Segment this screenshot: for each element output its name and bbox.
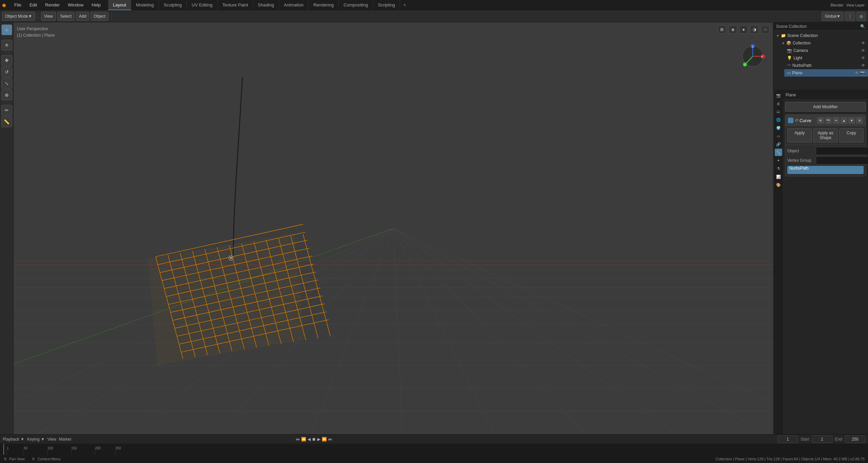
view-menu[interactable]: View: [41, 12, 56, 21]
tool-select[interactable]: ⊹: [1, 24, 12, 35]
menu-file[interactable]: File: [10, 0, 25, 10]
viewport-area[interactable]: User Perspective (1) Collection | Plane …: [14, 22, 773, 434]
nurbspath-visibility[interactable]: 👁: [861, 63, 865, 68]
jump-end-btn[interactable]: ⏭: [328, 437, 332, 442]
object-menu[interactable]: Object: [91, 12, 108, 21]
modifier-show-in-realtime[interactable]: 👁: [817, 117, 824, 124]
modifier-close[interactable]: ✕: [856, 117, 863, 124]
scene-selector[interactable]: Blender: [831, 3, 844, 7]
marker-menu[interactable]: Marker: [59, 437, 72, 442]
menu-window[interactable]: Window: [64, 0, 87, 10]
prop-view-layer[interactable]: 🗂: [775, 108, 782, 115]
view-layer-selector[interactable]: View Layer: [846, 3, 865, 7]
outliner-filter[interactable]: 🔍: [860, 24, 865, 29]
prop-modifiers[interactable]: 🔧: [775, 149, 782, 156]
prop-material[interactable]: 🎨: [775, 181, 782, 189]
collection-icon: 📦: [786, 41, 791, 45]
tool-annotate[interactable]: ✏: [1, 105, 12, 116]
tool-move[interactable]: ✥: [1, 55, 12, 66]
light-visibility[interactable]: 👁: [861, 56, 865, 60]
viewport-shading-solid[interactable]: ●: [739, 25, 748, 34]
prop-scene[interactable]: 🌐: [775, 116, 782, 123]
tab-scripting[interactable]: Scripting: [373, 0, 400, 10]
outliner-scene-collection[interactable]: ▼ 📁 Scene Collection: [773, 32, 868, 39]
object-field-input[interactable]: [816, 147, 868, 155]
outliner-nurbspath[interactable]: 〰 NurbsPath 👁: [784, 62, 868, 69]
play-stop-btn[interactable]: ⏹: [312, 437, 316, 442]
outliner-light[interactable]: 💡 Light 👁: [784, 54, 868, 62]
frame-back-btn[interactable]: ⏪: [301, 437, 306, 442]
prop-world[interactable]: 🌍: [775, 124, 782, 132]
prop-render[interactable]: 📷: [775, 92, 782, 99]
modifier-move-up[interactable]: ▲: [841, 117, 847, 124]
keying-dropdown[interactable]: Keying ▼: [27, 437, 45, 442]
end-frame-input[interactable]: 250: [845, 436, 865, 443]
modifier-show-in-render[interactable]: 📷: [825, 117, 832, 124]
play-forward-btn[interactable]: ▶: [317, 437, 320, 442]
add-modifier-button[interactable]: Add Modifier: [785, 102, 866, 112]
prop-output[interactable]: 🖨: [775, 100, 782, 107]
nurbspath-dropdown[interactable]: NurbsPath: [787, 166, 864, 174]
prop-object[interactable]: ▭: [775, 132, 782, 140]
outliner-collection[interactable]: ▼ 📦 Collection 👁: [779, 39, 868, 47]
viewport-shading-material[interactable]: ◑: [750, 25, 759, 34]
prop-particles[interactable]: ✦: [775, 157, 782, 164]
tab-animation[interactable]: Animation: [279, 0, 309, 10]
prop-data[interactable]: 📊: [775, 173, 782, 180]
outliner-camera[interactable]: 📷 Camera 👁: [784, 47, 868, 54]
tool-transform[interactable]: ⊕: [1, 90, 12, 100]
tab-sculpting[interactable]: Sculpting: [159, 0, 187, 10]
timeline-scrubber[interactable]: 1 50 100 150 200 250: [0, 444, 868, 455]
prop-physics[interactable]: ⚗: [775, 165, 782, 172]
menu-edit[interactable]: Edit: [25, 0, 41, 10]
tool-scale[interactable]: ⤡: [1, 78, 12, 89]
modifier-refresh-icon[interactable]: ↺: [795, 118, 798, 123]
tab-rendering[interactable]: Rendering: [309, 0, 339, 10]
frame-forward-btn[interactable]: ⏩: [322, 437, 327, 442]
start-frame-input[interactable]: 1: [812, 436, 832, 443]
snap-toggle[interactable]: ⋮: [845, 12, 855, 21]
plane-render-visibility[interactable]: 📷: [860, 71, 865, 75]
modifier-move-down[interactable]: ▼: [848, 117, 855, 124]
viewport-overlay-toggle[interactable]: ◈: [728, 25, 737, 34]
playback-dropdown[interactable]: Playback ▼: [3, 437, 24, 442]
blender-logo[interactable]: [0, 0, 10, 10]
modifier-controls: 👁 📷 ✏ ▲ ▼ ✕: [817, 117, 863, 124]
outliner-plane[interactable]: ▭ Plane 👁 📷: [784, 69, 868, 77]
apply-button[interactable]: Apply: [787, 128, 812, 142]
object-mode-selector[interactable]: Object Mode ▼: [2, 12, 35, 21]
modifier-enabled-toggle[interactable]: [788, 118, 793, 123]
global-local-toggle[interactable]: Global ▼: [822, 12, 844, 21]
add-menu[interactable]: Add: [76, 12, 89, 21]
plane-visibility[interactable]: 👁: [855, 71, 859, 75]
tab-modeling[interactable]: Modeling: [131, 0, 159, 10]
jump-start-btn[interactable]: ⏮: [296, 437, 300, 442]
modifier-show-in-edit[interactable]: ✏: [833, 117, 840, 124]
menu-render[interactable]: Render: [41, 0, 64, 10]
copy-button[interactable]: Copy: [839, 128, 864, 142]
tab-uv-editing[interactable]: UV Editing: [187, 0, 217, 10]
current-frame-display[interactable]: 1: [777, 436, 798, 443]
tab-compositing[interactable]: Compositing: [339, 0, 373, 10]
tab-texture-paint[interactable]: Texture Paint: [218, 0, 253, 10]
view-dropdown[interactable]: View: [47, 437, 56, 442]
vertex-group-input[interactable]: [816, 156, 868, 165]
viewport-shading-rendered[interactable]: ○: [761, 25, 770, 34]
tab-shading[interactable]: Shading: [253, 0, 279, 10]
viewport-grid-toggle[interactable]: ⊞: [717, 25, 726, 34]
select-menu[interactable]: Select: [57, 12, 75, 21]
svg-text:100: 100: [47, 446, 53, 450]
add-workspace-tab[interactable]: +: [400, 3, 409, 7]
play-reverse-btn[interactable]: ◀: [308, 437, 311, 442]
tool-rotate[interactable]: ↺: [1, 66, 12, 77]
proportional-edit[interactable]: ◎: [856, 12, 866, 21]
status-bar: 🖱 Pan View 🖱 Context Menu Collection | P…: [0, 455, 868, 463]
apply-as-shape-button[interactable]: Apply as Shape: [813, 128, 837, 142]
tool-cursor[interactable]: ✛: [1, 40, 12, 51]
prop-constraints[interactable]: 🔗: [775, 140, 782, 148]
tool-measure[interactable]: 📏: [1, 116, 12, 127]
collection-visibility[interactable]: 👁: [861, 41, 865, 45]
menu-help[interactable]: Help: [87, 0, 105, 10]
tab-layout[interactable]: Layout: [108, 0, 131, 10]
camera-visibility[interactable]: 👁: [861, 48, 865, 53]
